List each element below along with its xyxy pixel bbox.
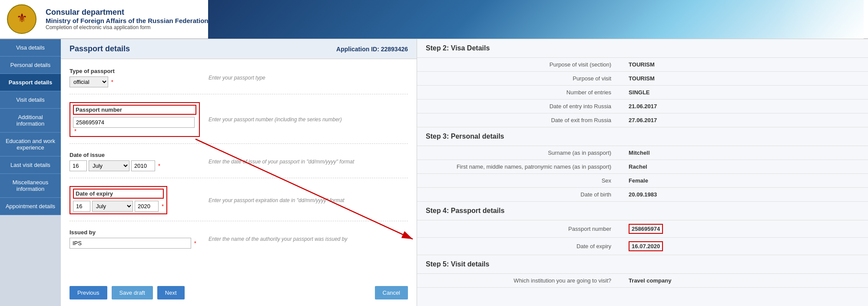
step5-table: Which institution you are going to visit… [417,274,868,288]
passport-number-input[interactable] [73,117,195,128]
step2-row5-value: 27.06.2017 [620,113,868,127]
passport-number-hint: Enter your passport number (including th… [209,116,408,123]
date-expiry-row: Date of expiry July JanuaryFebruaryMarch… [70,186,408,221]
required-indicator-2: * [74,128,76,134]
step2-row5-label: Date of exit from Russia [417,113,620,127]
step3-table: Surname (as in passport) Mitchell First … [417,146,868,202]
step4-table: Passport number 258695974 Date of expiry… [417,220,868,255]
date-expiry-label: Date of expiry [73,189,164,199]
issued-by-row: Issued by * Enter the name of the author… [70,229,408,255]
header-text: Consular department Ministry of Foreign … [46,8,208,30]
passport-type-hint: Enter your passport type [209,75,408,81]
table-row: Surname (as in passport) Mitchell [417,146,868,160]
step2-row3-value: SINGLE [620,86,868,100]
next-button[interactable]: Next [157,286,185,299]
step2-section: Step 2: Visa Details Purpose of visit (s… [417,39,868,127]
step3-title: Step 3: Personal details [417,127,868,146]
step5-row1-label: Which institution you are going to visit… [417,274,620,288]
sidebar-item-miscellaneous[interactable]: Miscellaneous information [0,174,61,198]
required-indicator-3: * [158,163,160,169]
passport-type-select[interactable]: official regular diplomatic [70,76,108,87]
date-issue-month[interactable]: July JanuaryFebruaryMarch AprilMayJune A… [89,160,129,171]
step2-row2-value: TOURISM [620,72,868,86]
previous-button[interactable]: Previous [70,286,107,299]
header-subtitle: Completion of electronic visa applicatio… [46,24,208,30]
step3-section: Step 3: Personal details Surname (as in … [417,127,868,202]
sidebar: Visa details Personal details Passport d… [0,39,61,306]
sidebar-item-personal-details[interactable]: Personal details [0,57,61,74]
step2-table: Purpose of visit (section) TOURISM Purpo… [417,58,868,127]
header-banner [208,0,864,39]
ministry-name: Ministry of Foreign Affairs of the Russi… [46,17,208,24]
table-row: Date of exit from Russia 27.06.2017 [417,113,868,127]
sidebar-item-visa-details[interactable]: Visa details [0,39,61,57]
step2-row1-label: Purpose of visit (section) [417,58,620,72]
issued-by-label: Issued by [70,229,200,236]
table-row: Passport number 258695974 [417,220,868,238]
date-issue-hint: Enter the date of issue of your passport… [209,159,408,165]
step5-title: Step 5: Visit details [417,255,868,274]
cancel-button[interactable]: Cancel [375,286,408,299]
save-draft-button[interactable]: Save draft [112,286,153,299]
step4-passport-number-value: 258695974 [620,220,868,238]
table-row: First name, middle names, patronymic nam… [417,160,868,174]
form-header: Passport details Application ID: 2289342… [61,39,417,59]
table-row: Date of birth 20.09.1983 [417,188,868,202]
date-expiry-day[interactable] [73,201,90,212]
table-row: Date of expiry 16.07.2020 [417,238,868,255]
department-name: Consular department [46,8,208,17]
passport-number-row: Passport number * Enter your passport nu… [70,102,408,144]
date-expiry-month[interactable]: July JanuaryFebruaryMarch AprilMayJune A… [92,201,133,212]
step2-row2-label: Purpose of visit [417,72,620,86]
passport-type-row: Type of passport official regular diplom… [70,68,408,94]
step2-title: Step 2: Visa Details [417,39,868,58]
table-row: Which institution you are going to visit… [417,274,868,288]
date-issue-day[interactable] [70,160,87,171]
step2-row4-label: Date of entry into Russia [417,100,620,113]
step4-date-expiry-label: Date of expiry [417,238,620,255]
table-row: Number of entries SINGLE [417,86,868,100]
date-expiry-year[interactable] [135,201,159,212]
form-panel: Passport details Application ID: 2289342… [61,39,417,306]
step3-row4-label: Date of birth [417,188,620,202]
step4-title: Step 4: Passport details [417,202,868,220]
required-indicator-5: * [194,240,196,246]
sidebar-item-education[interactable]: Education and work experience [0,133,61,156]
step3-row3-label: Sex [417,174,620,188]
issued-by-hint: Enter the name of the authority your pas… [209,236,408,242]
step4-date-expiry-value: 16.07.2020 [620,238,868,255]
sidebar-item-last-visit[interactable]: Last visit details [0,156,61,174]
sidebar-item-appointment[interactable]: Appointment details [0,198,61,215]
form-title: Passport details [70,44,130,53]
sidebar-item-visit-details[interactable]: Visit details [0,91,61,109]
step3-row2-value: Rachel [620,160,868,174]
step3-row4-value: 20.09.1983 [620,188,868,202]
logo: ⚜ [4,2,39,37]
step3-row3-value: Female [620,174,868,188]
table-row: Sex Female [417,174,868,188]
step3-row2-label: First name, middle names, patronymic nam… [417,160,620,174]
passport-type-label: Type of passport [70,68,200,74]
step5-row1-value: Travel company [620,274,868,288]
step2-row4-value: 21.06.2017 [620,100,868,113]
passport-number-label: Passport number [73,105,196,115]
step2-row3-label: Number of entries [417,86,620,100]
step4-section: Step 4: Passport details Passport number… [417,202,868,255]
date-issue-label: Date of issue [70,152,200,158]
table-row: Purpose of visit (section) TOURISM [417,58,868,72]
application-id: Application ID: 22893426 [336,46,408,53]
table-row: Purpose of visit TOURISM [417,72,868,86]
step5-section: Step 5: Visit details Which institution … [417,255,868,288]
step4-passport-number-label: Passport number [417,220,620,238]
date-expiry-hint: Enter your passport expiration date in "… [209,197,408,203]
step3-row1-label: Surname (as in passport) [417,146,620,160]
form-body: Type of passport official regular diplom… [61,59,417,279]
svg-text:⚜: ⚜ [17,11,27,25]
sidebar-item-passport-details[interactable]: Passport details [0,74,61,91]
date-issue-year[interactable] [131,160,155,171]
table-row: Date of entry into Russia 21.06.2017 [417,100,868,113]
sidebar-item-additional-info[interactable]: Additional information [0,109,61,133]
step2-row1-value: TOURISM [620,58,868,72]
issued-by-input[interactable] [70,238,191,249]
step3-row1-value: Mitchell [620,146,868,160]
